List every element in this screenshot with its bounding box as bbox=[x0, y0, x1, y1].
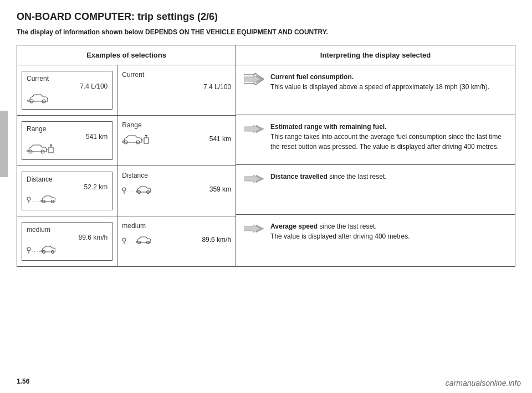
row3-right-box: Distance . . . . 359 km bbox=[117, 166, 236, 216]
arrow-icon-1 bbox=[244, 73, 264, 87]
svg-rect-7 bbox=[50, 144, 52, 146]
box-3a-label: Distance bbox=[27, 175, 108, 183]
row-1-examples: Current 7.4 L/100 Current bbox=[17, 65, 236, 116]
box-3a-icon: . . . . bbox=[27, 193, 108, 204]
interp-row-1: Current fuel consumption. This value is … bbox=[236, 65, 515, 115]
box-1b-label: Current bbox=[122, 71, 231, 79]
interpreting-header: Interpreting the display selected bbox=[236, 45, 515, 65]
interpreting-column: Interpreting the display selected Curren… bbox=[236, 45, 515, 266]
double-arrow-svg-3 bbox=[244, 173, 264, 185]
box-2a-value: 541 km bbox=[27, 133, 108, 141]
car-svg-1a bbox=[27, 92, 49, 104]
arrow-icon-4 bbox=[244, 223, 264, 236]
box-2a-icon bbox=[27, 143, 108, 154]
display-box-3a: Distance 52.2 km . . . . bbox=[22, 172, 112, 210]
double-arrow-svg-1 bbox=[244, 73, 264, 85]
svg-text:. . . .: . . . . bbox=[127, 188, 136, 193]
box-1a-value: 7.4 L/100 bbox=[27, 82, 108, 90]
row3-left-box: Distance 52.2 km . . . . bbox=[17, 166, 117, 216]
interp-body-1: This value is displayed above a speed of… bbox=[270, 83, 489, 91]
arrow-icon-2 bbox=[244, 123, 264, 137]
box-2b-value: 541 km bbox=[209, 135, 231, 143]
svg-text:. . . .: . . . . bbox=[32, 248, 40, 253]
side-tab bbox=[0, 111, 8, 177]
main-table: Examples of selections Current 7.4 L/100 bbox=[17, 45, 515, 267]
double-arrow-svg-4 bbox=[244, 223, 264, 235]
row-3-examples: Distance 52.2 km . . . . bbox=[17, 166, 236, 216]
car-fuel-svg-2b bbox=[122, 133, 152, 144]
box-2b-label: Range bbox=[122, 121, 231, 129]
box-3b-label: Distance bbox=[122, 172, 231, 179]
pin-car-svg-4b: . . . . bbox=[122, 234, 151, 245]
svg-rect-13 bbox=[145, 135, 147, 136]
display-box-4a: medium 89.6 km/h . . . . bbox=[22, 222, 112, 261]
box-1b-value: 7.4 L/100 bbox=[122, 83, 231, 91]
pin-car-svg-4a: . . . . bbox=[27, 244, 55, 255]
svg-point-14 bbox=[27, 197, 30, 200]
row1-left-box: Current 7.4 L/100 bbox=[17, 65, 117, 115]
svg-point-19 bbox=[122, 188, 126, 191]
box-3b-value: 359 km bbox=[209, 185, 231, 193]
box-4b-label: medium bbox=[122, 222, 231, 230]
box-3a-value: 52.2 km bbox=[27, 183, 108, 191]
svg-point-24 bbox=[27, 247, 30, 251]
box-4a-icon: . . . . bbox=[27, 244, 108, 255]
interp-text-3: Distance travelled since the last reset. bbox=[270, 172, 507, 182]
interp-bold-3: Distance travelled bbox=[270, 173, 328, 180]
double-arrow-svg-2 bbox=[244, 123, 264, 135]
interp-row-3: Distance travelled since the last reset. bbox=[236, 165, 515, 215]
interp-text-2: Estimated range with remaining fuel. Thi… bbox=[270, 122, 507, 152]
interp-bold-2: Estimated range with remaining fuel. bbox=[270, 123, 386, 131]
page-number: 1.56 bbox=[17, 378, 29, 385]
row-4-examples: medium 89.6 km/h . . . . bbox=[17, 216, 236, 266]
interp-text-4: Average speed since the last reset.The v… bbox=[270, 221, 507, 241]
box-4a-label: medium bbox=[27, 226, 108, 234]
interp-row-2: Estimated range with remaining fuel. Thi… bbox=[236, 115, 515, 165]
row2-right-box: Range 541 km bbox=[117, 116, 236, 166]
arrow-icon-3 bbox=[244, 173, 264, 187]
car-fuel-svg-2a bbox=[27, 143, 57, 154]
examples-column: Examples of selections Current 7.4 L/100 bbox=[17, 45, 236, 266]
examples-header: Examples of selections bbox=[17, 45, 236, 65]
svg-point-29 bbox=[122, 238, 126, 241]
row4-right-box: medium . . . . 89.6 km/h bbox=[117, 216, 236, 266]
box-2a-label: Range bbox=[27, 125, 108, 133]
svg-rect-5 bbox=[49, 147, 53, 153]
box-1a-label: Current bbox=[27, 75, 108, 82]
display-box-1a: Current 7.4 L/100 bbox=[22, 71, 112, 110]
pin-car-svg-3b: . . . . bbox=[122, 184, 151, 195]
svg-rect-11 bbox=[144, 138, 149, 143]
box-1a-icon bbox=[27, 92, 108, 104]
interp-row-4: Average speed since the last reset.The v… bbox=[236, 215, 515, 265]
interp-bold-4: Average speed bbox=[270, 223, 318, 230]
svg-text:. . . .: . . . . bbox=[32, 198, 40, 203]
row2-left-box: Range 541 km bbox=[17, 116, 117, 166]
display-box-2a: Range 541 km bbox=[22, 121, 112, 160]
row-2-examples: Range 541 km bbox=[17, 116, 236, 166]
svg-text:. . . .: . . . . bbox=[127, 239, 136, 244]
watermark: carmanualsonline.info bbox=[446, 379, 521, 387]
pin-car-svg-3a: . . . . bbox=[27, 193, 55, 204]
interp-body-2: This range takes into account the averag… bbox=[270, 133, 502, 151]
box-4a-value: 89.6 km/h bbox=[27, 234, 108, 241]
row4-left-box: medium 89.6 km/h . . . . bbox=[17, 216, 117, 266]
box-4b-value: 89.6 km/h bbox=[202, 236, 231, 244]
interp-text-1: Current fuel consumption. This value is … bbox=[270, 72, 507, 92]
page-title: ON-BOARD COMPUTER: trip settings (2/6) bbox=[17, 11, 515, 23]
row1-right-box: Current 7.4 L/100 bbox=[117, 65, 236, 115]
interp-body-3: since the last reset. bbox=[329, 173, 386, 180]
subtitle: The display of information shown below D… bbox=[17, 28, 515, 36]
interp-bold-1: Current fuel consumption. bbox=[270, 73, 354, 81]
